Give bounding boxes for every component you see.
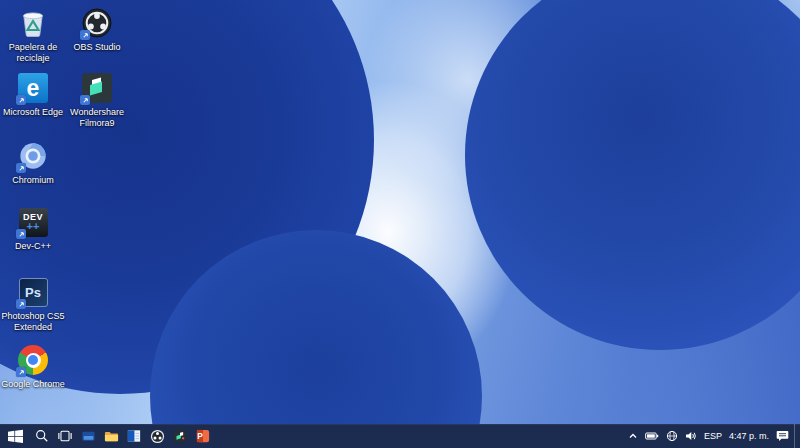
windows-logo-icon [8, 429, 23, 444]
filmora9-icon [173, 429, 187, 443]
file-explorer-icon [104, 429, 119, 444]
clock-time: 4:47 p. m. [729, 431, 769, 441]
shortcut-arrow-icon [16, 299, 26, 309]
desktop-icon-label: Dev-C++ [15, 241, 51, 252]
tray-language-button[interactable]: ESP [702, 424, 724, 448]
svg-text:P: P [197, 431, 203, 441]
shortcut-arrow-icon [16, 95, 26, 105]
system-tray: ESP 4:47 p. m. [626, 424, 800, 448]
wallpaper-circle-top-right [465, 0, 800, 350]
desktop-background[interactable]: Papelera de reciclaje OBS Studio [0, 0, 800, 424]
tray-network-button[interactable] [664, 424, 680, 448]
desktop-icon-photoshop[interactable]: Ps Photoshop CS5 Extended [1, 275, 65, 332]
task-view-icon [58, 429, 72, 443]
taskbar-left-icons: P [0, 424, 214, 448]
recycle-bin-icon [17, 7, 49, 39]
taskbar-obs-button[interactable] [146, 424, 168, 448]
desktop-icon-label: OBS Studio [73, 42, 120, 53]
show-desktop-button[interactable] [794, 424, 800, 448]
desktop-icon-recycle-bin[interactable]: Papelera de reciclaje [1, 6, 65, 63]
globe-icon [666, 430, 678, 442]
obs-studio-icon [150, 429, 165, 444]
shortcut-arrow-icon [16, 163, 26, 173]
desktop-icon-microsoft-edge[interactable]: e Microsoft Edge [1, 71, 65, 118]
desktop-icon-label: Papelera de reciclaje [1, 42, 65, 63]
start-button[interactable] [0, 424, 30, 448]
desktop-icon-obs-studio[interactable]: OBS Studio [65, 6, 129, 53]
taskbar-filmora-button[interactable] [169, 424, 191, 448]
speaker-icon [685, 430, 697, 442]
desktop-icon-label: Google Chrome [1, 379, 65, 390]
movies-tv-icon [81, 429, 96, 444]
task-view-button[interactable] [54, 424, 76, 448]
shortcut-arrow-icon [16, 229, 26, 239]
windows-desktop-screen: Papelera de reciclaje OBS Studio [0, 0, 800, 448]
notification-icon [776, 430, 789, 442]
taskbar-powerpoint-button[interactable]: P [192, 424, 214, 448]
chevron-up-icon [628, 431, 638, 441]
desktop-icon-google-chrome[interactable]: Google Chrome [1, 343, 65, 390]
desktop-icon-label: Microsoft Edge [3, 107, 63, 118]
desktop-icon-dev-cpp[interactable]: DEV ++ Dev-C++ [1, 205, 65, 252]
search-icon [35, 429, 49, 443]
tray-clock-button[interactable]: 4:47 p. m. [727, 424, 771, 448]
shortcut-arrow-icon [80, 95, 90, 105]
tray-hidden-icons-button[interactable] [626, 424, 640, 448]
battery-icon [645, 431, 659, 441]
powerpoint-icon: P [196, 429, 210, 443]
desktop-icon-filmora9[interactable]: Wondershare Filmora9 [65, 71, 129, 128]
action-center-button[interactable] [774, 424, 791, 448]
desktop-icon-chromium[interactable]: Chromium [1, 139, 65, 186]
word-icon [127, 429, 141, 443]
taskbar-movies-tv-button[interactable] [77, 424, 99, 448]
tray-volume-button[interactable] [683, 424, 699, 448]
file-explorer-button[interactable] [100, 424, 122, 448]
taskbar: P [0, 424, 800, 448]
language-indicator: ESP [704, 431, 722, 441]
desktop-icon-label: Wondershare Filmora9 [65, 107, 129, 128]
taskbar-word-button[interactable] [123, 424, 145, 448]
desktop-icon-label: Chromium [12, 175, 54, 186]
shortcut-arrow-icon [80, 30, 90, 40]
taskbar-search-button[interactable] [31, 424, 53, 448]
desktop-icon-label: Photoshop CS5 Extended [1, 311, 65, 332]
shortcut-arrow-icon [16, 367, 26, 377]
tray-battery-button[interactable] [643, 424, 661, 448]
